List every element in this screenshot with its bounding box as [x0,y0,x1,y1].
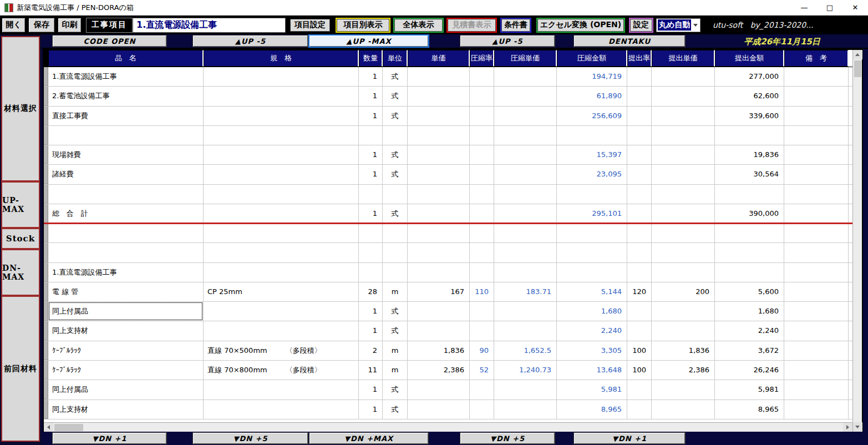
cell[interactable]: 式 [383,302,408,321]
cell[interactable]: 1 [359,380,383,399]
cell[interactable]: 1,680 [557,302,627,321]
open-button[interactable]: 開く [2,18,26,33]
cell[interactable]: m [383,341,408,360]
cell[interactable] [48,224,204,242]
table-row[interactable]: 総 合 計1式295,101390,000 [44,204,852,224]
cell[interactable] [627,302,652,321]
sidebar-item-stock[interactable]: Stock [1,228,40,249]
cell[interactable]: 110 [470,282,494,301]
cell[interactable] [652,145,715,164]
cell[interactable] [784,107,849,125]
cell[interactable]: 1 [359,204,383,223]
row-selector[interactable] [44,282,48,301]
cell[interactable]: 11 [359,361,383,380]
cell[interactable]: 30,564 [715,165,784,184]
table-row[interactable] [44,126,852,145]
cell[interactable]: 256,609 [557,107,627,125]
cell[interactable]: 直接工事費 [48,107,204,125]
dn-5-right-button[interactable]: ▼DN +5 [460,433,555,444]
cell[interactable] [652,263,715,282]
dentaku-button[interactable]: DENTAKU [574,36,685,47]
cell[interactable] [204,126,359,145]
cell[interactable]: 1.直流電源設備工事 [48,263,204,282]
scroll-right-button[interactable] [843,423,852,432]
cell[interactable]: 1,680 [715,302,784,321]
row-selector[interactable] [44,380,48,399]
cell[interactable] [470,165,494,184]
save-button[interactable]: 保存 [28,18,55,33]
cell[interactable] [408,145,470,164]
row-selector[interactable] [44,165,48,184]
conditions-button[interactable]: 条件書 [500,18,531,33]
cell[interactable] [48,185,204,204]
cell[interactable] [470,145,494,164]
cell[interactable] [627,165,652,184]
cell[interactable] [627,126,652,145]
row-selector[interactable] [44,361,48,380]
cell[interactable] [408,302,470,321]
cell[interactable]: 2,240 [557,321,627,340]
cell[interactable] [494,126,557,145]
table-row[interactable]: 同上支持材1式8,9658,965 [44,400,852,419]
cell[interactable] [494,87,557,105]
cell[interactable] [652,107,715,125]
cell[interactable] [359,126,383,145]
cell[interactable]: 90 [470,341,494,360]
cell[interactable]: 5,981 [557,380,627,399]
cell[interactable] [470,67,494,86]
close-button[interactable]: ✕ [842,0,868,16]
cell[interactable] [652,400,715,419]
cell[interactable] [359,224,383,242]
cell[interactable] [470,243,494,262]
cell[interactable] [715,224,784,242]
by-item-view-button[interactable]: 項目別表示 [336,18,390,33]
cell[interactable]: 式 [383,165,408,184]
cell[interactable]: 式 [383,107,408,125]
cell[interactable]: 1 [359,67,383,86]
cell[interactable] [784,400,849,419]
cell[interactable]: 1 [359,302,383,321]
cell[interactable] [627,204,652,223]
cell[interactable] [557,224,627,242]
cell[interactable] [359,243,383,262]
cell[interactable]: ｹｰﾌﾞﾙﾗｯｸ [48,361,204,380]
cell[interactable] [784,87,849,105]
table-row[interactable]: ｹｰﾌﾞﾙﾗｯｸ直線 70×500mm 〈多段積〉2m1,836901,652.… [44,341,852,361]
cell[interactable]: 120 [627,282,652,301]
cell[interactable] [204,165,359,184]
cell[interactable] [470,107,494,125]
cell[interactable]: 式 [383,204,408,223]
project-item-field[interactable]: 1.直流電源設備工事 [133,18,286,33]
cell[interactable] [715,263,784,282]
cell[interactable]: 277,000 [715,67,784,86]
row-selector[interactable] [44,126,48,145]
cell[interactable] [408,400,470,419]
cell[interactable] [408,380,470,399]
cell[interactable] [470,400,494,419]
vertical-scrollbar[interactable] [852,50,862,432]
cell[interactable]: 28 [359,282,383,301]
cell[interactable] [470,321,494,340]
cell[interactable] [494,204,557,223]
cell[interactable] [627,185,652,204]
cell[interactable] [470,204,494,223]
row-selector[interactable] [44,67,48,86]
cell[interactable]: 167 [408,282,470,301]
horizontal-scroll-thumb[interactable] [54,424,83,431]
cell[interactable] [408,126,470,145]
cell[interactable] [204,107,359,125]
cell[interactable] [784,282,849,301]
cell[interactable]: 直線 70×500mm 〈多段積〉 [204,341,359,360]
cell[interactable] [652,224,715,242]
cell[interactable] [627,321,652,340]
table-row[interactable]: 2.蓄電池設備工事1式61,89062,600 [44,87,852,106]
cell[interactable] [784,321,849,340]
cell[interactable] [204,321,359,340]
cell[interactable]: 61,890 [557,87,627,105]
cell[interactable] [652,67,715,86]
cell[interactable]: 1.直流電源設備工事 [48,67,204,86]
cell[interactable] [204,224,359,242]
cell[interactable] [408,67,470,86]
cell[interactable]: 52 [470,361,494,380]
cell[interactable]: 3,305 [557,341,627,360]
